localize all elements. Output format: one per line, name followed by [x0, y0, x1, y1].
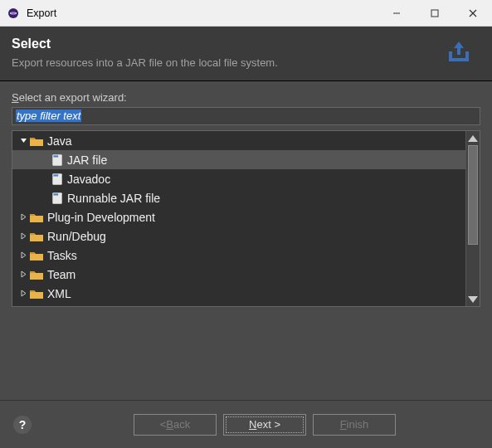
next-button[interactable]: Next > [223, 414, 306, 436]
tree-item[interactable]: Java [12, 131, 465, 150]
select-wizard-label: Select an export wizard: [12, 91, 480, 104]
folder-icon [29, 250, 44, 261]
page-title: Select [12, 37, 439, 51]
file-icon [51, 154, 64, 166]
tree-item-label: Java [47, 134, 72, 148]
filter-input[interactable]: type filter text [12, 107, 480, 125]
minimize-button[interactable] [378, 0, 416, 27]
window-title: Export [27, 7, 378, 19]
folder-icon [29, 212, 44, 223]
tree-item-label: Tasks [47, 249, 77, 262]
svg-rect-7 [53, 155, 58, 157]
tree-item[interactable]: Run/Debug [12, 226, 465, 246]
chevron-right-icon[interactable] [17, 288, 29, 299]
folder-icon [29, 231, 44, 242]
back-button[interactable]: < Back [134, 414, 217, 436]
wizard-tree: JavaJAR fileJavadocRunnable JAR filePlug… [12, 130, 480, 307]
tree-item-label: Team [47, 268, 76, 281]
svg-rect-3 [431, 10, 438, 17]
title-bar: Export [0, 0, 492, 27]
content-area: Select an export wizard: type filter tex… [0, 81, 492, 317]
file-icon [51, 173, 64, 185]
finish-button[interactable]: Finish [313, 414, 396, 436]
svg-rect-9 [53, 174, 58, 176]
tree-item[interactable]: XML [12, 284, 465, 303]
scroll-thumb[interactable] [468, 145, 478, 245]
close-button[interactable] [454, 0, 492, 27]
folder-icon [29, 135, 44, 147]
tree-item-label: XML [47, 287, 71, 300]
tree-item-label: Runnable JAR file [67, 192, 160, 205]
chevron-right-icon[interactable] [17, 250, 29, 261]
scroll-up-icon[interactable] [466, 131, 480, 145]
export-icon [439, 38, 479, 68]
chevron-right-icon[interactable] [17, 269, 29, 280]
tree-item-label: Javadoc [67, 173, 110, 186]
file-icon [51, 192, 64, 204]
tree-item[interactable]: Tasks [12, 246, 465, 265]
tree-item[interactable]: Plug-in Development [12, 207, 465, 226]
wizard-header: Select Export resources into a JAR file … [0, 27, 492, 81]
maximize-button[interactable] [416, 0, 454, 27]
folder-icon [29, 269, 44, 280]
tree-item-label: Run/Debug [47, 230, 106, 243]
svg-rect-11 [53, 193, 58, 195]
tree-item[interactable]: Runnable JAR file [12, 188, 465, 207]
folder-icon [29, 288, 44, 299]
button-bar: ? < Back Next > Finish [0, 400, 492, 448]
page-description: Export resources into a JAR file on the … [12, 56, 439, 69]
chevron-right-icon[interactable] [17, 231, 29, 242]
tree-item[interactable]: Javadoc [12, 169, 465, 188]
chevron-down-icon[interactable] [17, 135, 29, 147]
scroll-down-icon[interactable] [466, 292, 480, 306]
help-button[interactable]: ? [13, 416, 32, 434]
tree-item[interactable]: JAR file [12, 150, 465, 169]
tree-body[interactable]: JavaJAR fileJavadocRunnable JAR filePlug… [12, 131, 465, 306]
chevron-right-icon[interactable] [17, 212, 29, 223]
eclipse-icon [7, 7, 20, 20]
tree-item-label: JAR file [67, 153, 107, 167]
tree-item-label: Plug-in Development [47, 211, 155, 224]
tree-item[interactable]: Team [12, 265, 465, 284]
vertical-scrollbar[interactable] [465, 131, 480, 306]
